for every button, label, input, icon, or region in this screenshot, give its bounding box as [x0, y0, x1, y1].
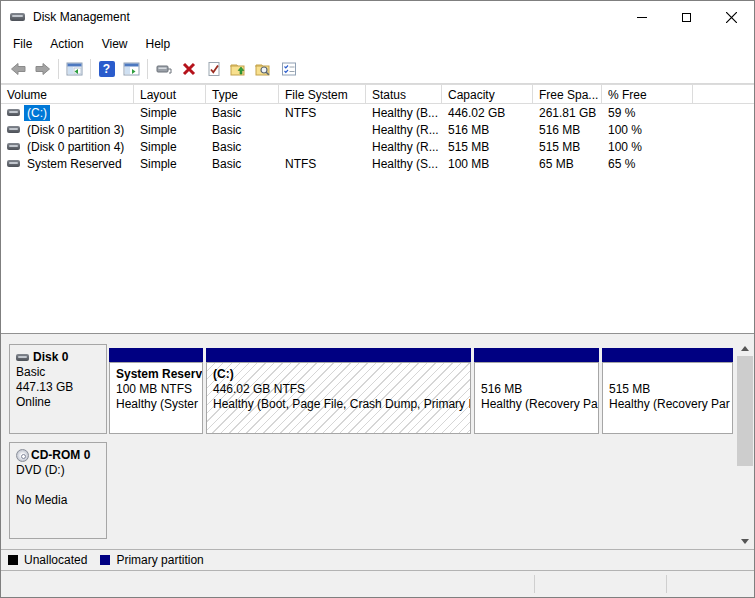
close-icon	[726, 12, 737, 23]
disk0-status: Online	[16, 395, 102, 410]
status-bar	[1, 571, 754, 597]
volume-icon	[7, 109, 20, 116]
maximize-button[interactable]	[664, 1, 709, 33]
disk0-label-panel[interactable]: Disk 0 Basic 447.13 GB Online	[9, 344, 107, 434]
explore-icon[interactable]	[251, 57, 276, 81]
col-capacity[interactable]: Capacity	[442, 84, 533, 104]
app-disk-icon	[10, 13, 25, 21]
volume-name: (Disk 0 partition 3)	[24, 122, 127, 138]
partition-recovery-2[interactable]: 515 MB Healthy (Recovery Par	[602, 348, 733, 434]
partition-c-drive[interactable]: (C:) 446.02 GB NTFS Healthy (Boot, Page …	[206, 348, 471, 434]
mark-partition-active-icon[interactable]	[201, 57, 226, 81]
cell-free-space: 65 MB	[533, 155, 602, 172]
scroll-up-icon	[741, 346, 749, 351]
col-layout[interactable]: Layout	[134, 84, 206, 104]
partition-health: Healthy (Syster	[116, 397, 202, 412]
disk0-name: Disk 0	[33, 350, 68, 364]
cell-layout: Simple	[134, 121, 206, 138]
minimize-icon	[637, 17, 647, 18]
forward-icon[interactable]	[30, 57, 55, 81]
legend-label: Primary partition	[116, 553, 203, 567]
minimize-button[interactable]	[619, 1, 664, 33]
partition-color-band	[109, 348, 203, 362]
menu-help[interactable]: Help	[137, 34, 180, 54]
col-type[interactable]: Type	[206, 84, 279, 104]
table-row[interactable]: (Disk 0 partition 3) Simple Basic Health…	[1, 121, 754, 138]
primary-partition-swatch	[100, 555, 110, 565]
cdrom-drive: DVD (D:)	[16, 463, 102, 478]
vertical-scrollbar[interactable]	[737, 341, 753, 549]
partition-color-band	[602, 348, 733, 362]
scroll-down-button[interactable]	[737, 534, 753, 549]
cell-capacity: 515 MB	[442, 138, 533, 155]
col-pct-free[interactable]: % Free	[602, 84, 693, 104]
legend-unallocated: Unallocated	[8, 553, 87, 567]
volume-icon	[7, 160, 20, 167]
cell-pct-free: 100 %	[602, 121, 693, 138]
table-row[interactable]: (C:) Simple Basic NTFS Healthy (B... 446…	[1, 104, 754, 121]
col-free-space[interactable]: Free Spa...	[533, 84, 602, 104]
cell-file-system	[279, 121, 366, 138]
cdrom-label-panel[interactable]: CD-ROM 0 DVD (D:) No Media	[9, 442, 107, 539]
partition-size: 100 MB NTFS	[116, 382, 202, 397]
partition-title: (C:)	[213, 367, 470, 382]
col-volume[interactable]: Volume	[1, 84, 134, 104]
scrollbar-thumb[interactable]	[737, 356, 753, 466]
open-icon[interactable]	[226, 57, 251, 81]
cell-layout: Simple	[134, 138, 206, 155]
unallocated-swatch	[8, 555, 18, 565]
partition-size: 516 MB	[481, 382, 598, 397]
volume-name: System Reserved	[24, 156, 125, 172]
cdrom-name: CD-ROM 0	[31, 448, 90, 462]
cell-pct-free: 100 %	[602, 138, 693, 155]
volume-icon	[7, 143, 20, 150]
partition-color-band	[206, 348, 471, 362]
menu-view[interactable]: View	[93, 34, 137, 54]
status-divider	[534, 575, 535, 593]
cell-capacity: 100 MB	[442, 155, 533, 172]
partition-health: Healthy (Recovery Par	[609, 397, 732, 412]
close-button[interactable]	[709, 1, 754, 33]
delete-volume-icon[interactable]	[176, 57, 201, 81]
title-bar: Disk Management	[1, 1, 754, 33]
cell-capacity: 446.02 GB	[442, 104, 533, 121]
cell-type: Basic	[206, 155, 279, 172]
toolbar-separator	[147, 59, 148, 79]
partition-system-reserved[interactable]: System Reserv 100 MB NTFS Healthy (Syste…	[109, 348, 203, 434]
cell-pct-free: 59 %	[602, 104, 693, 121]
partition-recovery-1[interactable]: 516 MB Healthy (Recovery Pa	[474, 348, 599, 434]
table-row[interactable]: System Reserved Simple Basic NTFS Health…	[1, 155, 754, 172]
col-file-system[interactable]: File System	[279, 84, 366, 104]
toolbar: ?	[1, 55, 754, 84]
cell-type: Basic	[206, 121, 279, 138]
volume-table-header: Volume Layout Type File System Status Ca…	[1, 84, 754, 104]
volume-name: (C:)	[24, 105, 50, 121]
menu-action[interactable]: Action	[41, 34, 92, 54]
pane-splitter[interactable]	[1, 333, 754, 341]
device-icon[interactable]	[151, 57, 176, 81]
window-title: Disk Management	[33, 10, 130, 24]
cell-type: Basic	[206, 104, 279, 121]
partition-health: Healthy (Boot, Page File, Crash Dump, Pr…	[213, 397, 470, 412]
volume-icon	[7, 126, 20, 133]
cell-capacity: 516 MB	[442, 121, 533, 138]
partition-color-band	[474, 348, 599, 362]
table-row[interactable]: (Disk 0 partition 4) Simple Basic Health…	[1, 138, 754, 155]
scroll-up-button[interactable]	[737, 341, 753, 356]
cell-layout: Simple	[134, 104, 206, 121]
show-action-pane-icon[interactable]	[119, 57, 144, 81]
properties-icon[interactable]	[276, 57, 301, 81]
toolbar-separator	[90, 59, 91, 79]
menu-file[interactable]: File	[4, 34, 41, 54]
cell-free-space: 261.81 GB	[533, 104, 602, 121]
maximize-icon	[682, 13, 691, 22]
cd-rom-icon	[16, 449, 29, 462]
show-console-tree-icon[interactable]	[62, 57, 87, 81]
legend-primary-partition: Primary partition	[100, 553, 203, 567]
volume-name: (Disk 0 partition 4)	[24, 139, 127, 155]
help-icon[interactable]: ?	[94, 57, 119, 81]
col-status[interactable]: Status	[366, 84, 442, 104]
back-icon[interactable]	[5, 57, 30, 81]
partition-size: 446.02 GB NTFS	[213, 382, 470, 397]
cell-file-system: NTFS	[279, 104, 366, 121]
